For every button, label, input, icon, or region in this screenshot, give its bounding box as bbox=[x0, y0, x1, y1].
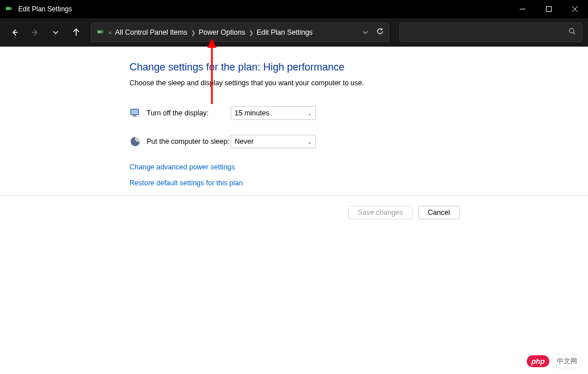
svg-rect-16 bbox=[131, 110, 138, 114]
monitor-icon bbox=[130, 107, 141, 119]
display-off-select[interactable]: 15 minutes ⌄ bbox=[231, 106, 316, 120]
chevron-right-icon[interactable]: ❯ bbox=[249, 30, 253, 36]
select-value: Never bbox=[235, 138, 253, 146]
sleep-select[interactable]: Never ⌄ bbox=[231, 135, 316, 148]
minimize-button[interactable] bbox=[510, 0, 536, 18]
back-button[interactable] bbox=[6, 23, 24, 41]
forward-button[interactable] bbox=[26, 23, 44, 41]
control-panel-icon bbox=[96, 28, 105, 37]
titlebar: Edit Plan Settings bbox=[0, 0, 588, 18]
setting-display-off: Turn off the display: 15 minutes ⌄ bbox=[130, 106, 588, 120]
up-button[interactable] bbox=[67, 23, 85, 41]
moon-icon bbox=[130, 136, 141, 147]
setting-label: Put the computer to sleep: bbox=[147, 138, 231, 146]
page-heading: Change settings for the plan: High perfo… bbox=[130, 61, 588, 73]
watermark-text: 中文网 bbox=[552, 354, 582, 368]
content-area: Change settings for the plan: High perfo… bbox=[0, 47, 588, 187]
refresh-button[interactable] bbox=[376, 27, 384, 38]
page-description: Choose the sleep and display settings th… bbox=[130, 79, 588, 87]
search-icon bbox=[568, 27, 576, 38]
window-controls bbox=[510, 0, 588, 18]
search-box[interactable] bbox=[399, 23, 582, 42]
chevron-right-icon[interactable]: ❯ bbox=[191, 30, 195, 36]
advanced-settings-link[interactable]: Change advanced power settings bbox=[130, 163, 588, 171]
cancel-button[interactable]: Cancel bbox=[418, 206, 460, 219]
svg-line-14 bbox=[573, 32, 575, 34]
chevron-down-icon: ⌄ bbox=[307, 139, 312, 145]
svg-rect-1 bbox=[11, 8, 12, 9]
close-button[interactable] bbox=[562, 0, 588, 18]
breadcrumb-item[interactable]: Power Options bbox=[199, 28, 245, 36]
svg-rect-4 bbox=[547, 7, 552, 12]
svg-rect-11 bbox=[103, 31, 104, 32]
breadcrumb-prefix-icon: « bbox=[109, 30, 112, 36]
save-button[interactable]: Save changes bbox=[348, 206, 412, 219]
app-icon bbox=[5, 5, 14, 14]
svg-rect-12 bbox=[98, 31, 101, 33]
address-bar[interactable]: « All Control Panel Items ❯ Power Option… bbox=[91, 23, 389, 42]
watermark-badge: php bbox=[527, 355, 549, 367]
svg-rect-18 bbox=[132, 116, 137, 117]
breadcrumb-item[interactable]: All Control Panel Items bbox=[115, 28, 187, 36]
svg-rect-17 bbox=[134, 115, 136, 116]
watermark: php 中文网 bbox=[527, 354, 582, 368]
button-row: Save changes Cancel bbox=[0, 196, 588, 219]
recent-dropdown[interactable] bbox=[47, 23, 65, 41]
window-title: Edit Plan Settings bbox=[18, 5, 510, 13]
restore-defaults-link[interactable]: Restore default settings for this plan bbox=[130, 179, 588, 187]
address-dropdown[interactable] bbox=[362, 27, 368, 38]
setting-sleep: Put the computer to sleep: Never ⌄ bbox=[130, 135, 588, 148]
breadcrumb-item[interactable]: Edit Plan Settings bbox=[257, 28, 313, 36]
maximize-button[interactable] bbox=[536, 0, 562, 18]
select-value: 15 minutes bbox=[235, 109, 269, 117]
navbar: « All Control Panel Items ❯ Power Option… bbox=[0, 18, 588, 47]
chevron-down-icon: ⌄ bbox=[307, 110, 312, 117]
svg-point-13 bbox=[569, 28, 574, 33]
setting-label: Turn off the display: bbox=[147, 109, 231, 117]
svg-rect-2 bbox=[6, 7, 10, 10]
